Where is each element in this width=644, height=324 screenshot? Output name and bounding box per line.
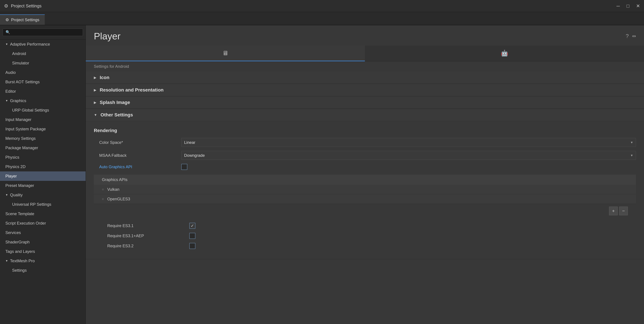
sidebar-item-physics[interactable]: Physics [0, 153, 86, 162]
window-title: Project Settings [11, 3, 42, 9]
require-es31aep-label: Require ES3.1+AEP [102, 233, 189, 238]
sidebar-item-adaptive-performance[interactable]: Adaptive Performance [0, 40, 86, 49]
sidebar-label: Services [6, 230, 21, 235]
require-es32-label: Require ES3.2 [102, 244, 189, 248]
auto-graphics-label[interactable]: Auto Graphics API [94, 165, 181, 169]
search-bar: 🔍 [0, 25, 86, 40]
header-actions: ? ⇔ [626, 33, 636, 39]
sidebar: 🔍 Adaptive Performance Android Simulator… [0, 25, 86, 324]
remove-api-button[interactable]: − [619, 207, 628, 215]
section-resolution-header[interactable]: ▶ Resolution and Presentation [86, 84, 644, 96]
platform-tab-android[interactable]: 🤖 [365, 46, 644, 61]
sidebar-item-editor[interactable]: Editor [0, 87, 86, 96]
expand-button[interactable]: ⇔ [632, 33, 636, 39]
api-item-opengles3: ≡ OpenGLES3 [94, 194, 636, 204]
require-es31aep-control [189, 233, 628, 239]
sidebar-item-preset-manager[interactable]: Preset Manager [0, 181, 86, 190]
title-bar-left: ⚙ Project Settings [4, 3, 42, 9]
sidebar-item-player[interactable]: Player [0, 171, 86, 181]
other-settings-body: Rendering Color Space* Linear Gamma ▼ [86, 121, 644, 259]
rendering-title: Rendering [94, 128, 636, 133]
sidebar-label: Physics [6, 155, 19, 160]
require-es31-checkbox[interactable] [189, 223, 196, 229]
sidebar-item-android[interactable]: Android [0, 49, 86, 58]
drag-handle-icon[interactable]: ≡ [102, 188, 104, 191]
section-other-header[interactable]: ▼ Other Settings [86, 109, 644, 121]
auto-graphics-checkbox[interactable] [181, 164, 187, 170]
color-space-dropdown-wrap: Linear Gamma ▼ [181, 138, 636, 147]
sidebar-item-universal-rp[interactable]: Universal RP Settings [0, 200, 86, 209]
app-icon: ⚙ [4, 3, 8, 9]
section-resolution-title: Resolution and Presentation [100, 87, 164, 93]
maximize-button[interactable]: □ [626, 4, 629, 9]
require-es32-control [189, 243, 628, 249]
require-es32-checkbox[interactable] [189, 243, 196, 249]
sidebar-label: Editor [6, 89, 16, 94]
triangle-icon [6, 43, 8, 46]
close-button[interactable]: ✕ [636, 4, 640, 9]
sidebar-label: ShaderGraph [6, 240, 30, 244]
sidebar-item-burst-aot[interactable]: Burst AOT Settings [0, 77, 86, 87]
collapse-icon: ▶ [94, 76, 96, 80]
sidebar-label: Physics 2D [6, 164, 26, 169]
sidebar-item-input-system[interactable]: Input System Package [0, 124, 86, 134]
sidebar-label: Memory Settings [6, 136, 36, 141]
monitor-icon: 🖥 [222, 50, 228, 57]
triangle-icon [6, 259, 8, 262]
search-icon: 🔍 [6, 30, 10, 35]
platform-tab-standalone[interactable]: 🖥 [86, 46, 365, 61]
sidebar-item-input-manager[interactable]: Input Manager [0, 115, 86, 124]
minimize-button[interactable]: ─ [616, 4, 620, 9]
sidebar-item-simulator[interactable]: Simulator [0, 58, 86, 68]
sidebar-item-graphics[interactable]: Graphics [0, 96, 86, 106]
section-icon: ▶ Icon [86, 72, 644, 84]
help-button[interactable]: ? [626, 33, 629, 39]
color-space-label: Color Space* [94, 140, 181, 145]
tab-project-settings[interactable]: ⚙ Project Settings [0, 15, 45, 25]
content-header: Player ? ⇔ [86, 25, 644, 46]
tab-bar: ⚙ Project Settings [0, 12, 644, 25]
sidebar-item-package-manager[interactable]: Package Manager [0, 143, 86, 153]
triangle-icon [6, 193, 8, 196]
sidebar-item-urp-global[interactable]: URP Global Settings [0, 106, 86, 115]
sidebar-item-script-execution[interactable]: Script Execution Order [0, 218, 86, 228]
require-es31-control [189, 223, 628, 229]
setting-row-msaa: MSAA Fallback Downgrade None ▼ [94, 149, 636, 162]
search-input[interactable] [12, 30, 80, 35]
page-title: Player [94, 31, 120, 42]
sidebar-label: Scene Template [6, 211, 34, 216]
setting-row-require-es32: Require ES3.2 [102, 241, 628, 251]
section-splash-title: Splash Image [100, 100, 130, 105]
setting-row-auto-graphics: Auto Graphics API [94, 162, 636, 172]
drag-handle-icon[interactable]: ≡ [102, 197, 104, 201]
sidebar-item-shadergraph[interactable]: ShaderGraph [0, 237, 86, 247]
sidebar-item-memory-settings[interactable]: Memory Settings [0, 134, 86, 143]
add-api-button[interactable]: + [609, 207, 618, 215]
section-other-settings: ▼ Other Settings Rendering Color Space* … [86, 109, 644, 259]
sidebar-label: TextMesh Pro [10, 258, 35, 263]
msaa-dropdown[interactable]: Downgrade None [181, 151, 636, 160]
sidebar-item-scene-template[interactable]: Scene Template [0, 209, 86, 218]
sidebar-item-services[interactable]: Services [0, 228, 86, 237]
section-icon-header[interactable]: ▶ Icon [86, 72, 644, 84]
sidebar-item-audio[interactable]: Audio [0, 68, 86, 77]
sidebar-item-textmesh-pro[interactable]: TextMesh Pro [0, 256, 86, 266]
collapse-icon: ▶ [94, 88, 96, 92]
sidebar-item-tags-layers[interactable]: Tags and Layers [0, 247, 86, 256]
sidebar-item-quality[interactable]: Quality [0, 190, 86, 200]
section-splash-header[interactable]: ▶ Splash Image [86, 96, 644, 109]
color-space-dropdown[interactable]: Linear Gamma [181, 138, 636, 147]
collapse-icon: ▶ [94, 100, 96, 105]
sidebar-label: Universal RP Settings [12, 202, 51, 207]
android-icon: 🤖 [501, 50, 508, 57]
require-es31aep-checkbox[interactable] [189, 233, 196, 239]
sidebar-item-settings[interactable]: Settings [0, 266, 86, 275]
collapse-icon: ▼ [94, 113, 97, 117]
sidebar-label: Script Execution Order [6, 221, 46, 226]
search-wrap: 🔍 [3, 29, 83, 36]
setting-row-require-es31aep: Require ES3.1+AEP [102, 231, 628, 241]
sidebar-item-physics-2d[interactable]: Physics 2D [0, 162, 86, 171]
sidebar-label: Graphics [10, 98, 26, 103]
api-name-vulkan: Vulkan [107, 187, 120, 192]
sidebar-label: Preset Manager [6, 183, 34, 188]
